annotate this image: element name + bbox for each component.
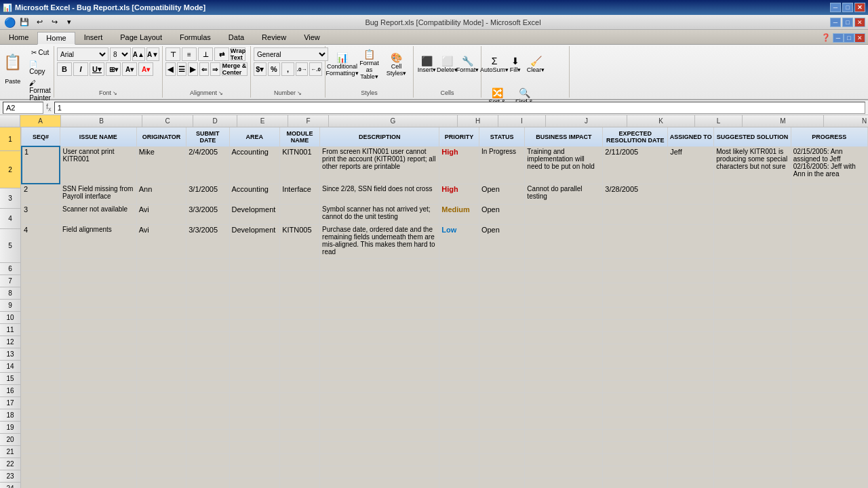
row-header-4[interactable]: 4	[0, 209, 20, 229]
redo-button[interactable]: ↪	[47, 16, 61, 28]
header-description[interactable]: DESCRIPTION	[320, 127, 439, 146]
row-header-21[interactable]: 21	[0, 446, 20, 458]
align-center-button[interactable]: ☰	[177, 62, 187, 76]
cell-G3[interactable]: Since 2/28, SSN field does not cross	[320, 184, 439, 204]
cell-D4[interactable]: 3/3/2005	[186, 204, 229, 224]
row-header-20[interactable]: 20	[0, 434, 20, 446]
cell-K4[interactable]	[603, 204, 668, 224]
col-header-D[interactable]: D	[193, 115, 237, 127]
cell-C3[interactable]: Ann	[136, 184, 186, 204]
cell-reference-input[interactable]: A2	[3, 102, 43, 114]
col-header-G[interactable]: G	[329, 115, 458, 127]
cell-E3[interactable]: Accounting	[229, 184, 280, 204]
minimize-button[interactable]: ─	[830, 3, 841, 12]
cell-A11[interactable]	[22, 319, 60, 331]
cell-K3[interactable]: 3/28/2005	[603, 184, 668, 204]
align-top-button[interactable]: ⊤	[165, 47, 180, 61]
col-header-J[interactable]: J	[546, 115, 627, 127]
insert-cells-button[interactable]: ⬛ Insert▾	[418, 47, 437, 81]
cell-C4[interactable]: Avi	[136, 204, 186, 224]
cell-A17[interactable]	[22, 392, 60, 405]
percent-button[interactable]: %	[268, 62, 281, 76]
text-direction-button[interactable]: ⇄	[214, 47, 229, 61]
row-header-2[interactable]: 2	[0, 151, 20, 188]
row-header-12[interactable]: 12	[0, 336, 20, 348]
align-left-button[interactable]: ◀	[165, 62, 176, 76]
cell-A16[interactable]	[22, 380, 60, 392]
row-header-11[interactable]: 11	[0, 324, 20, 336]
title-bar-controls[interactable]: ─ □ ✕	[830, 3, 865, 12]
cell-A22[interactable]	[22, 453, 60, 466]
format-painter-button[interactable]: 🖌 Format Painter	[26, 78, 54, 103]
cell-J3[interactable]: Cannot do parallel testing	[525, 184, 603, 204]
tab-view[interactable]: Review	[253, 31, 295, 44]
cell-K2[interactable]: 2/11/2005	[603, 146, 668, 184]
app-close[interactable]: ✕	[854, 18, 865, 27]
row-header-15[interactable]: 15	[0, 373, 20, 385]
header-originator[interactable]: ORIGINATOR	[136, 127, 186, 146]
format-cells-button[interactable]: 🔧 Format▾	[458, 47, 477, 81]
col-header-K[interactable]: K	[627, 115, 695, 127]
increase-font-button[interactable]: A▲	[132, 47, 145, 61]
cell-J5[interactable]	[525, 224, 603, 258]
italic-button[interactable]: I	[73, 62, 88, 76]
format-as-table-button[interactable]: 📋 Format as Table▾	[357, 47, 382, 81]
fill-button[interactable]: ⬇ Fill▾	[506, 47, 525, 81]
autosum-button[interactable]: Σ AutoSum▾	[484, 47, 505, 81]
cell-N5[interactable]	[791, 224, 867, 258]
cell-D2[interactable]: 2/4/2005	[186, 146, 229, 184]
cell-I4[interactable]: Open	[479, 204, 524, 224]
number-format-select[interactable]: General	[254, 47, 328, 61]
tab-insert[interactable]: Home	[37, 32, 75, 45]
office-button[interactable]: 🔵	[3, 16, 16, 28]
save-button[interactable]: 💾	[18, 16, 31, 28]
row-header-6[interactable]: 6	[0, 263, 20, 275]
cell-M3[interactable]	[714, 184, 791, 204]
font-size-select[interactable]: 8	[110, 47, 131, 61]
app-restore[interactable]: □	[842, 18, 853, 27]
header-progress[interactable]: PROGRESS	[791, 127, 867, 146]
app-minimize[interactable]: ─	[830, 18, 841, 27]
cell-F4[interactable]	[280, 204, 320, 224]
cell-C2[interactable]: Mike	[136, 146, 186, 184]
cell-H2[interactable]: High	[439, 146, 479, 184]
row-header-1[interactable]: 1	[0, 127, 20, 151]
undo-button[interactable]: ↩	[33, 16, 46, 28]
cell-L5[interactable]	[668, 224, 714, 258]
cell-A7[interactable]	[22, 270, 60, 283]
row-header-7[interactable]: 7	[0, 275, 20, 287]
cell-J2[interactable]: Training and implementation will need to…	[525, 146, 603, 184]
cell-G2[interactable]: From screen KITN001 user cannot print th…	[320, 146, 439, 184]
help-button[interactable]: ❓	[819, 32, 833, 44]
ribbon-minimize[interactable]: ─	[833, 33, 844, 43]
cell-B4[interactable]: Scanner not available	[60, 204, 136, 224]
col-header-N[interactable]: N	[824, 115, 868, 127]
cut-button[interactable]: ✂ Cut	[26, 47, 54, 58]
cell-G5[interactable]: Purchase date, ordered date and the rema…	[320, 224, 439, 258]
cell-A15[interactable]	[22, 368, 60, 380]
cell-B3[interactable]: SSN Field missing from Payroll interface	[60, 184, 136, 204]
copy-button[interactable]: 📄 Copy	[26, 59, 54, 77]
cell-G4[interactable]: Symbol scanner has not arrived yet; cann…	[320, 204, 439, 224]
header-business-impact[interactable]: BUSINESS IMPACT	[525, 127, 603, 146]
wrap-text-button[interactable]: Wrap Text	[231, 47, 245, 61]
ribbon-restore[interactable]: □	[844, 33, 854, 43]
cell-M2[interactable]: Most likely KITR001 is producing some sp…	[714, 146, 791, 184]
cell-M4[interactable]	[714, 204, 791, 224]
row-header-24[interactable]: 24	[0, 483, 20, 488]
header-expected-resolution[interactable]: EXPECTED RESOLUTION DATE	[603, 127, 668, 146]
tab-review[interactable]: Data	[220, 31, 253, 44]
cell-D3[interactable]: 3/1/2005	[186, 184, 229, 204]
cell-M5[interactable]	[714, 224, 791, 258]
cell-I5[interactable]: Open	[479, 224, 524, 258]
header-issue-name[interactable]: ISSUE NAME	[60, 127, 136, 146]
col-header-E[interactable]: E	[237, 115, 288, 127]
app-controls[interactable]: ─ □ ✕	[830, 18, 865, 27]
cell-J4[interactable]	[525, 204, 603, 224]
tab-formulas[interactable]: Page Layout	[111, 31, 171, 44]
cell-N4[interactable]	[791, 204, 867, 224]
cell-B2[interactable]: User cannot print KITR001	[60, 146, 136, 184]
tab-extra[interactable]: View	[295, 31, 329, 44]
col-header-M[interactable]: M	[743, 115, 824, 127]
col-header-A[interactable]: A	[20, 115, 61, 127]
